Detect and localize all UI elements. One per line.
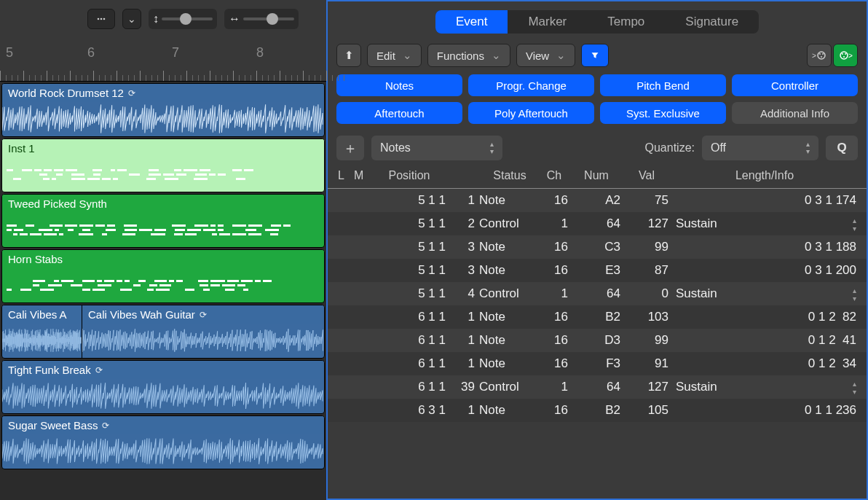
edit-menu[interactable]: Edit	[367, 44, 422, 67]
chevron-updown-icon[interactable]: ▴▾	[853, 380, 856, 396]
view-menu[interactable]: View	[516, 44, 575, 67]
col-header-l[interactable]: L	[338, 169, 354, 182]
event-table-body[interactable]: 5 1 11Note16A2750 3 1 1745 1 12Control16…	[328, 189, 867, 499]
col-header-position[interactable]: Position	[373, 169, 451, 182]
event-row[interactable]: 5 1 11Note16A2750 3 1 174	[328, 189, 867, 212]
event-row[interactable]: 5 1 12Control164127Sustain▴▾	[328, 212, 867, 235]
tab-tempo[interactable]: Tempo	[587, 10, 665, 34]
event-row[interactable]: 5 1 14Control1640Sustain▴▾	[328, 282, 867, 305]
filter-syst-exclusive[interactable]: Syst. Exclusive	[600, 102, 726, 124]
loop-icon: ⟳	[95, 365, 103, 375]
filter-pitch-bend[interactable]: Pitch Bend	[600, 74, 726, 96]
svg-point-6	[822, 53, 824, 55]
svg-point-11	[843, 56, 845, 58]
track-region[interactable]: Cali Vibes ACali Vibes Wah Guitar⟳	[1, 305, 325, 359]
quantize-button[interactable]: Q	[826, 136, 858, 160]
track-region[interactable]: Sugar Sweet Bass⟳	[1, 415, 325, 469]
track-area: ⌄ ↕ ↔ 5678 World Rock Drumset 12⟳Inst 1T…	[0, 0, 326, 500]
midi-out-icon: >	[812, 50, 826, 61]
horizontal-zoom-group: ↔	[224, 9, 299, 29]
event-type-select[interactable]: Notes ▴▾	[371, 136, 502, 160]
filter-icon	[591, 50, 599, 61]
event-filter-grid: NotesProgr. ChangePitch BendControllerAf…	[328, 74, 867, 131]
col-header-status[interactable]: Status	[479, 169, 540, 182]
midi-in-button[interactable]: >	[833, 44, 858, 67]
col-header-val[interactable]: Val	[625, 169, 673, 182]
col-header-info[interactable]: Length/Info	[673, 169, 856, 182]
tracks-container: World Rock Drumset 12⟳Inst 1Tweed Picked…	[0, 82, 326, 500]
horizontal-zoom-icon: ↔	[229, 12, 240, 26]
event-row[interactable]: 6 1 11Note16D3990 1 2 41	[328, 329, 867, 352]
track-region[interactable]: World Rock Drumset 12⟳	[1, 83, 325, 137]
event-row[interactable]: 6 3 11Note16B21050 1 1 236	[328, 399, 867, 422]
vertical-zoom-icon: ↕	[153, 12, 159, 26]
chevron-updown-icon[interactable]: ▴▾	[853, 216, 856, 233]
svg-point-9	[842, 53, 843, 55]
list-tabs: EventMarkerTempoSignature	[328, 1, 867, 36]
event-create-row: ＋ Notes ▴▾ Quantize: Off ▴▾ Q	[328, 131, 867, 165]
event-row[interactable]: 6 1 139Control164127Sustain▴▾	[328, 375, 867, 399]
quantize-value-label: Off	[711, 141, 726, 155]
quantize-select[interactable]: Off ▴▾	[702, 136, 818, 160]
tab-signature[interactable]: Signature	[665, 10, 759, 34]
event-row[interactable]: 6 1 11Note16B21030 1 2 82	[328, 305, 867, 329]
filter-progr-change[interactable]: Progr. Change	[468, 74, 594, 96]
svg-point-10	[845, 53, 846, 55]
filter-toggle-button[interactable]	[581, 44, 609, 67]
functions-menu[interactable]: Functions	[427, 44, 510, 67]
loop-icon: ⟳	[200, 310, 207, 320]
track-region[interactable]: Horn Stabs	[1, 249, 325, 303]
svg-text:>: >	[812, 52, 816, 60]
arrow-up-icon: ⬆	[344, 49, 354, 62]
horizontal-zoom-slider[interactable]	[243, 17, 294, 20]
event-row[interactable]: 5 1 13Note16C3990 3 1 188	[328, 235, 867, 259]
track-options-dropdown[interactable]: ⌄	[122, 9, 141, 29]
svg-point-7	[821, 56, 822, 58]
event-list-panel: EventMarkerTempoSignature ⬆ Edit Functio…	[326, 0, 868, 500]
midi-out-button[interactable]: >	[807, 44, 832, 67]
loop-icon: ⟳	[102, 421, 109, 431]
svg-text:>: >	[848, 52, 853, 60]
chevron-updown-icon: ▴▾	[480, 141, 494, 155]
vertical-zoom-group: ↕	[149, 9, 217, 29]
svg-point-2	[103, 18, 106, 20]
chevron-updown-icon[interactable]: ▴▾	[853, 286, 856, 302]
filter-aftertouch[interactable]: Aftertouch	[336, 102, 462, 124]
chevron-updown-icon: ▴▾	[796, 141, 810, 155]
event-row[interactable]: 5 1 13Note16E3870 3 1 200	[328, 259, 867, 282]
event-row[interactable]: 6 1 11Note16F3910 1 2 34	[328, 352, 867, 375]
svg-point-5	[819, 53, 821, 55]
tab-marker[interactable]: Marker	[508, 10, 587, 34]
col-header-num[interactable]: Num	[572, 169, 625, 182]
quantize-label: Quantize:	[645, 141, 695, 155]
event-toolbar: ⬆ Edit Functions View > >	[328, 36, 867, 74]
event-table-header: L M Position . Status Ch Num Val Length/…	[328, 165, 867, 189]
track-options-button[interactable]	[87, 9, 115, 29]
svg-point-8	[840, 52, 848, 59]
track-region[interactable]: Tight Funk Break⟳	[1, 360, 325, 414]
timeline-ruler[interactable]: 5678	[0, 38, 326, 82]
track-toolbar: ⌄ ↕ ↔	[0, 0, 326, 38]
svg-point-0	[98, 18, 100, 20]
filter-controller[interactable]: Controller	[732, 74, 858, 96]
svg-point-4	[818, 52, 825, 59]
svg-point-1	[100, 18, 103, 20]
col-header-m[interactable]: M	[354, 169, 373, 182]
filter-additional-info[interactable]: Additional Info	[732, 102, 858, 124]
loop-icon: ⟳	[128, 88, 135, 98]
navigate-up-button[interactable]: ⬆	[336, 44, 361, 67]
track-region[interactable]: Tweed Picked Synth	[1, 194, 325, 248]
add-event-button[interactable]: ＋	[336, 136, 364, 160]
event-type-label: Notes	[380, 141, 411, 155]
filter-notes[interactable]: Notes	[336, 74, 462, 96]
tab-event[interactable]: Event	[435, 10, 508, 34]
vertical-zoom-slider[interactable]	[162, 17, 213, 20]
filter-poly-aftertouch[interactable]: Poly Aftertouch	[468, 102, 594, 124]
event-table: L M Position . Status Ch Num Val Length/…	[328, 165, 867, 499]
col-header-ch[interactable]: Ch	[540, 169, 572, 182]
track-region[interactable]: Inst 1	[1, 138, 325, 192]
midi-in-icon: >	[838, 50, 853, 61]
